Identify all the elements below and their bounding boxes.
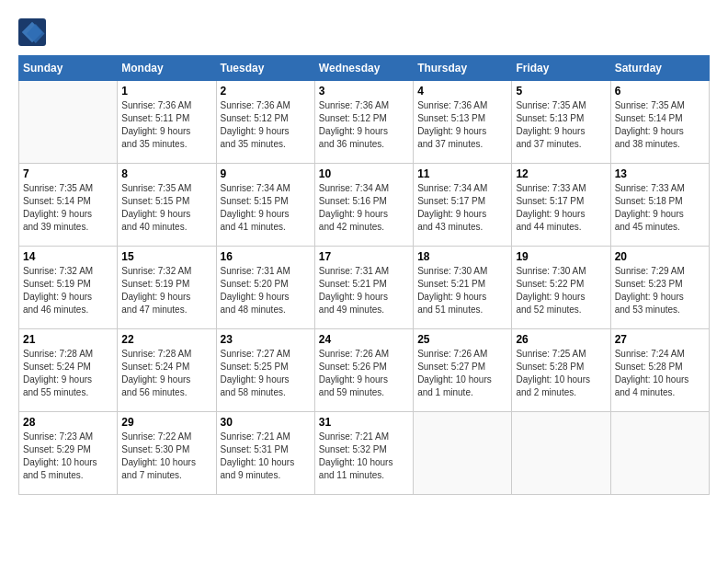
calendar-cell: 31Sunrise: 7:21 AM Sunset: 5:32 PM Dayli… bbox=[314, 412, 413, 495]
day-number: 29 bbox=[121, 416, 211, 429]
calendar-week-row: 14Sunrise: 7:32 AM Sunset: 5:19 PM Dayli… bbox=[19, 247, 710, 329]
day-number: 17 bbox=[319, 250, 409, 263]
day-number: 26 bbox=[516, 333, 606, 346]
day-of-week-header: Tuesday bbox=[216, 56, 314, 81]
calendar-cell: 27Sunrise: 7:24 AM Sunset: 5:28 PM Dayli… bbox=[610, 329, 709, 412]
day-number: 1 bbox=[121, 85, 211, 98]
day-number: 6 bbox=[615, 85, 705, 98]
calendar-cell: 11Sunrise: 7:34 AM Sunset: 5:17 PM Dayli… bbox=[414, 164, 512, 247]
day-number: 30 bbox=[221, 416, 311, 429]
day-detail: Sunrise: 7:32 AM Sunset: 5:19 PM Dayligh… bbox=[23, 265, 113, 316]
day-detail: Sunrise: 7:28 AM Sunset: 5:24 PM Dayligh… bbox=[23, 348, 113, 399]
day-number: 12 bbox=[516, 167, 606, 180]
day-number: 14 bbox=[23, 250, 113, 263]
day-detail: Sunrise: 7:35 AM Sunset: 5:15 PM Dayligh… bbox=[121, 182, 211, 234]
day-of-week-header: Monday bbox=[118, 56, 216, 81]
day-detail: Sunrise: 7:21 AM Sunset: 5:32 PM Dayligh… bbox=[319, 431, 409, 482]
day-detail: Sunrise: 7:30 AM Sunset: 5:21 PM Dayligh… bbox=[417, 265, 507, 316]
calendar-cell: 8Sunrise: 7:35 AM Sunset: 5:15 PM Daylig… bbox=[118, 164, 216, 247]
day-of-week-header: Saturday bbox=[610, 56, 709, 81]
calendar-cell: 1Sunrise: 7:36 AM Sunset: 5:11 PM Daylig… bbox=[118, 81, 216, 164]
day-of-week-header: Thursday bbox=[414, 56, 512, 81]
calendar-header: SundayMondayTuesdayWednesdayThursdayFrid… bbox=[19, 56, 710, 81]
day-number: 8 bbox=[121, 167, 211, 180]
day-detail: Sunrise: 7:31 AM Sunset: 5:21 PM Dayligh… bbox=[319, 265, 409, 316]
calendar-cell bbox=[19, 81, 118, 164]
calendar-week-row: 21Sunrise: 7:28 AM Sunset: 5:24 PM Dayli… bbox=[19, 329, 710, 412]
day-detail: Sunrise: 7:29 AM Sunset: 5:23 PM Dayligh… bbox=[615, 265, 705, 316]
day-detail: Sunrise: 7:26 AM Sunset: 5:27 PM Dayligh… bbox=[417, 348, 507, 399]
day-detail: Sunrise: 7:22 AM Sunset: 5:30 PM Dayligh… bbox=[121, 431, 211, 482]
day-detail: Sunrise: 7:33 AM Sunset: 5:17 PM Dayligh… bbox=[516, 182, 606, 234]
day-number: 24 bbox=[319, 333, 409, 346]
day-detail: Sunrise: 7:26 AM Sunset: 5:26 PM Dayligh… bbox=[319, 348, 409, 399]
day-number: 5 bbox=[516, 85, 606, 98]
day-detail: Sunrise: 7:24 AM Sunset: 5:28 PM Dayligh… bbox=[615, 348, 705, 399]
calendar-cell bbox=[512, 412, 610, 495]
calendar-cell: 14Sunrise: 7:32 AM Sunset: 5:19 PM Dayli… bbox=[19, 247, 118, 329]
calendar-body: 1Sunrise: 7:36 AM Sunset: 5:11 PM Daylig… bbox=[19, 81, 710, 495]
day-detail: Sunrise: 7:36 AM Sunset: 5:12 PM Dayligh… bbox=[221, 99, 311, 151]
day-detail: Sunrise: 7:35 AM Sunset: 5:14 PM Dayligh… bbox=[615, 99, 705, 151]
calendar-cell: 18Sunrise: 7:30 AM Sunset: 5:21 PM Dayli… bbox=[414, 247, 512, 329]
day-detail: Sunrise: 7:30 AM Sunset: 5:22 PM Dayligh… bbox=[516, 265, 606, 316]
calendar-cell: 25Sunrise: 7:26 AM Sunset: 5:27 PM Dayli… bbox=[414, 329, 512, 412]
day-detail: Sunrise: 7:36 AM Sunset: 5:12 PM Dayligh… bbox=[319, 99, 409, 151]
calendar-cell: 9Sunrise: 7:34 AM Sunset: 5:15 PM Daylig… bbox=[216, 164, 314, 247]
day-number: 21 bbox=[23, 333, 113, 346]
day-number: 10 bbox=[319, 167, 409, 180]
calendar-cell: 28Sunrise: 7:23 AM Sunset: 5:29 PM Dayli… bbox=[19, 412, 118, 495]
day-detail: Sunrise: 7:23 AM Sunset: 5:29 PM Dayligh… bbox=[23, 431, 113, 482]
day-detail: Sunrise: 7:34 AM Sunset: 5:17 PM Dayligh… bbox=[417, 182, 507, 234]
day-number: 15 bbox=[121, 250, 211, 263]
day-number: 2 bbox=[221, 85, 311, 98]
calendar-cell: 30Sunrise: 7:21 AM Sunset: 5:31 PM Dayli… bbox=[216, 412, 314, 495]
logo bbox=[18, 18, 50, 46]
calendar-cell: 21Sunrise: 7:28 AM Sunset: 5:24 PM Dayli… bbox=[19, 329, 118, 412]
calendar-table: SundayMondayTuesdayWednesdayThursdayFrid… bbox=[18, 55, 710, 495]
page-header bbox=[18, 18, 710, 46]
calendar-cell: 23Sunrise: 7:27 AM Sunset: 5:25 PM Dayli… bbox=[216, 329, 314, 412]
day-detail: Sunrise: 7:35 AM Sunset: 5:14 PM Dayligh… bbox=[23, 182, 113, 234]
calendar-cell: 4Sunrise: 7:36 AM Sunset: 5:13 PM Daylig… bbox=[414, 81, 512, 164]
day-of-week-header: Wednesday bbox=[314, 56, 413, 81]
calendar-cell: 7Sunrise: 7:35 AM Sunset: 5:14 PM Daylig… bbox=[19, 164, 118, 247]
header-row: SundayMondayTuesdayWednesdayThursdayFrid… bbox=[19, 56, 710, 81]
day-detail: Sunrise: 7:28 AM Sunset: 5:24 PM Dayligh… bbox=[121, 348, 211, 399]
day-detail: Sunrise: 7:31 AM Sunset: 5:20 PM Dayligh… bbox=[221, 265, 311, 316]
day-number: 13 bbox=[615, 167, 705, 180]
day-detail: Sunrise: 7:34 AM Sunset: 5:15 PM Dayligh… bbox=[221, 182, 311, 234]
day-detail: Sunrise: 7:21 AM Sunset: 5:31 PM Dayligh… bbox=[221, 431, 311, 482]
day-number: 16 bbox=[221, 250, 311, 263]
day-number: 11 bbox=[417, 167, 507, 180]
calendar-cell: 10Sunrise: 7:34 AM Sunset: 5:16 PM Dayli… bbox=[314, 164, 413, 247]
calendar-cell: 13Sunrise: 7:33 AM Sunset: 5:18 PM Dayli… bbox=[610, 164, 709, 247]
day-number: 19 bbox=[516, 250, 606, 263]
calendar-cell: 22Sunrise: 7:28 AM Sunset: 5:24 PM Dayli… bbox=[118, 329, 216, 412]
calendar-cell: 20Sunrise: 7:29 AM Sunset: 5:23 PM Dayli… bbox=[610, 247, 709, 329]
day-number: 7 bbox=[23, 167, 113, 180]
calendar-week-row: 7Sunrise: 7:35 AM Sunset: 5:14 PM Daylig… bbox=[19, 164, 710, 247]
day-detail: Sunrise: 7:32 AM Sunset: 5:19 PM Dayligh… bbox=[121, 265, 211, 316]
calendar-cell: 19Sunrise: 7:30 AM Sunset: 5:22 PM Dayli… bbox=[512, 247, 610, 329]
calendar-cell: 15Sunrise: 7:32 AM Sunset: 5:19 PM Dayli… bbox=[118, 247, 216, 329]
day-number: 23 bbox=[221, 333, 311, 346]
day-number: 20 bbox=[615, 250, 705, 263]
calendar-week-row: 28Sunrise: 7:23 AM Sunset: 5:29 PM Dayli… bbox=[19, 412, 710, 495]
day-number: 22 bbox=[121, 333, 211, 346]
calendar-cell: 2Sunrise: 7:36 AM Sunset: 5:12 PM Daylig… bbox=[216, 81, 314, 164]
calendar-cell: 29Sunrise: 7:22 AM Sunset: 5:30 PM Dayli… bbox=[118, 412, 216, 495]
day-number: 25 bbox=[417, 333, 507, 346]
day-detail: Sunrise: 7:25 AM Sunset: 5:28 PM Dayligh… bbox=[516, 348, 606, 399]
day-number: 9 bbox=[221, 167, 311, 180]
day-detail: Sunrise: 7:36 AM Sunset: 5:13 PM Dayligh… bbox=[417, 99, 507, 151]
calendar-cell bbox=[414, 412, 512, 495]
day-detail: Sunrise: 7:35 AM Sunset: 5:13 PM Dayligh… bbox=[516, 99, 606, 151]
calendar-cell: 17Sunrise: 7:31 AM Sunset: 5:21 PM Dayli… bbox=[314, 247, 413, 329]
calendar-cell: 16Sunrise: 7:31 AM Sunset: 5:20 PM Dayli… bbox=[216, 247, 314, 329]
day-detail: Sunrise: 7:33 AM Sunset: 5:18 PM Dayligh… bbox=[615, 182, 705, 234]
day-number: 4 bbox=[417, 85, 507, 98]
day-number: 27 bbox=[615, 333, 705, 346]
day-detail: Sunrise: 7:36 AM Sunset: 5:11 PM Dayligh… bbox=[121, 99, 211, 151]
calendar-cell: 26Sunrise: 7:25 AM Sunset: 5:28 PM Dayli… bbox=[512, 329, 610, 412]
